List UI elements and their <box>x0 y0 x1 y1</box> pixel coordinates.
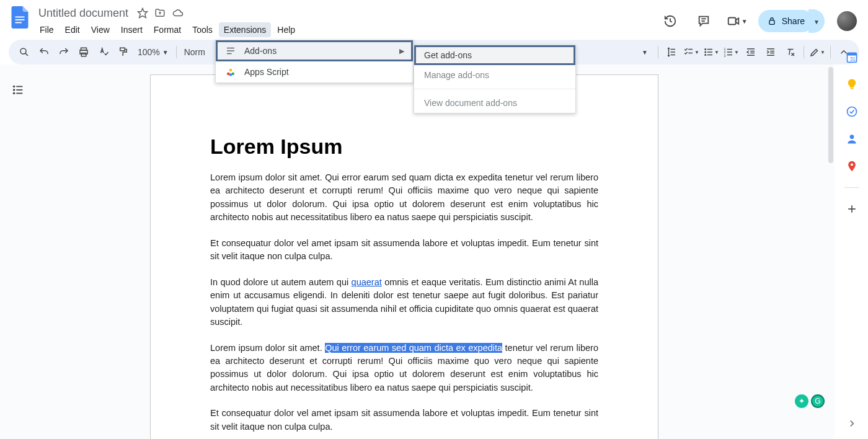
svg-rect-46 <box>16 89 22 91</box>
keep-icon[interactable] <box>846 78 858 91</box>
menu-addons[interactable]: Add-ons ▶ <box>216 40 413 61</box>
menu-file[interactable]: File <box>35 22 59 37</box>
indent-decrease-icon[interactable] <box>742 43 760 61</box>
search-icon[interactable] <box>15 43 33 61</box>
separator <box>176 46 177 58</box>
svg-rect-14 <box>120 48 125 51</box>
maps-icon[interactable] <box>846 160 858 172</box>
menu-format[interactable]: Format <box>149 22 186 37</box>
line-spacing-icon[interactable] <box>662 43 681 61</box>
svg-rect-48 <box>16 93 22 94</box>
apps-script-icon <box>224 66 237 78</box>
star-icon[interactable] <box>137 7 148 19</box>
document-container: Lorem Ipsum Lorem ipsum dolor sit amet. … <box>0 64 835 439</box>
menu-help[interactable]: Help <box>272 22 300 37</box>
svg-rect-0 <box>16 17 25 18</box>
share-button[interactable]: Share <box>758 10 813 32</box>
calendar-icon[interactable]: 31 <box>846 51 858 63</box>
svg-point-54 <box>849 135 854 139</box>
svg-marker-3 <box>138 9 148 18</box>
menu-label: Add-ons <box>244 46 277 56</box>
menu-extensions[interactable]: Extensions <box>219 22 271 37</box>
svg-point-64 <box>229 73 232 76</box>
paint-format-icon[interactable] <box>114 43 133 61</box>
svg-text:31: 31 <box>849 56 856 62</box>
checklist-icon[interactable]: ▼ <box>682 43 701 61</box>
history-icon[interactable] <box>658 9 683 33</box>
menu-bar: File Edit View Insert Format Tools Exten… <box>35 21 658 37</box>
doc-paragraph[interactable]: Et consequatur dolor vel amet ipsam sit … <box>210 407 598 433</box>
menu-view[interactable]: View <box>86 22 115 37</box>
user-avatar[interactable] <box>837 11 857 31</box>
redo-icon[interactable] <box>55 43 73 61</box>
svg-rect-24 <box>707 49 712 50</box>
svg-point-21 <box>704 48 706 50</box>
undo-icon[interactable] <box>35 43 53 61</box>
dropdown-icon[interactable]: ▼ <box>636 43 654 61</box>
doc-heading[interactable]: Lorem Ipsum <box>210 135 598 159</box>
move-icon[interactable] <box>154 7 166 19</box>
chevron-right-icon: ▶ <box>399 47 404 55</box>
comment-icon[interactable] <box>691 9 716 33</box>
add-icon[interactable] <box>846 203 858 215</box>
svg-point-47 <box>13 92 16 95</box>
svg-point-23 <box>704 54 706 56</box>
document-page[interactable]: Lorem Ipsum Lorem ipsum dolor sit amet. … <box>150 74 658 439</box>
svg-point-62 <box>229 69 232 72</box>
menu-insert[interactable]: Insert <box>116 22 148 37</box>
grammarly-widget[interactable]: ✦ G <box>795 394 825 408</box>
svg-point-43 <box>13 86 16 88</box>
zoom-select[interactable]: 100%▼ <box>134 47 172 57</box>
menu-tools[interactable]: Tools <box>187 22 218 37</box>
addons-icon <box>224 45 237 56</box>
svg-rect-44 <box>16 86 22 87</box>
edit-mode-icon[interactable]: ▼ <box>808 43 826 61</box>
menu-apps-script[interactable]: Apps Script <box>216 61 413 82</box>
docs-logo[interactable] <box>7 5 32 30</box>
grammarly-assist-icon[interactable]: ✦ <box>795 394 808 408</box>
style-select[interactable]: Norm <box>180 47 209 57</box>
share-dropdown[interactable]: ▼ <box>808 9 825 33</box>
scrollbar-thumb[interactable] <box>828 67 833 163</box>
svg-rect-52 <box>850 88 853 89</box>
vertical-scrollbar[interactable] <box>827 64 835 439</box>
meet-icon[interactable]: ▼ <box>725 9 750 33</box>
side-panel: 31 <box>835 41 868 439</box>
bullet-list-icon[interactable]: ▼ <box>702 43 720 61</box>
svg-point-55 <box>850 163 852 166</box>
menu-get-addons[interactable]: Get add-ons <box>414 45 575 65</box>
doc-paragraph[interactable]: Lorem ipsum dolor sit amet. Qui error ea… <box>210 342 598 395</box>
svg-rect-2 <box>16 22 22 24</box>
svg-rect-8 <box>769 20 774 25</box>
menu-manage-addons[interactable]: Manage add-ons <box>414 65 575 85</box>
contacts-icon[interactable] <box>846 133 858 145</box>
svg-line-10 <box>25 53 28 56</box>
separator <box>830 46 831 58</box>
text-selection[interactable]: Qui error earum sed quam dicta ex expedi… <box>325 343 502 353</box>
title-area: Untitled document File Edit View Insert … <box>32 5 658 37</box>
doc-paragraph[interactable]: Lorem ipsum dolor sit amet. Qui error ea… <box>210 171 598 224</box>
separator <box>844 187 859 188</box>
share-label: Share <box>782 16 805 26</box>
cloud-icon[interactable] <box>172 7 184 19</box>
svg-rect-1 <box>16 19 25 20</box>
document-title[interactable]: Untitled document <box>35 6 132 21</box>
numbered-list-icon[interactable]: 123▼ <box>722 43 740 61</box>
menu-edit[interactable]: Edit <box>60 22 85 37</box>
doc-link[interactable]: quaerat <box>352 277 382 287</box>
print-icon[interactable] <box>74 43 93 61</box>
clear-format-icon[interactable] <box>781 43 800 61</box>
separator <box>804 46 804 58</box>
svg-marker-7 <box>735 18 738 24</box>
grammarly-icon[interactable]: G <box>811 394 825 408</box>
doc-paragraph[interactable]: Et consequatur dolor vel amet ipsam sit … <box>210 237 598 264</box>
svg-point-53 <box>847 107 856 117</box>
menu-view-doc-addons[interactable]: View document add-ons <box>414 93 575 113</box>
indent-increase-icon[interactable] <box>761 43 780 61</box>
spellcheck-icon[interactable] <box>94 43 113 61</box>
tasks-icon[interactable] <box>846 105 858 118</box>
hide-panel-icon[interactable] <box>846 418 857 429</box>
outline-toggle-icon[interactable] <box>11 83 25 97</box>
svg-rect-26 <box>707 55 712 56</box>
doc-paragraph[interactable]: In quod dolore ut autem autem qui quaera… <box>210 276 598 329</box>
